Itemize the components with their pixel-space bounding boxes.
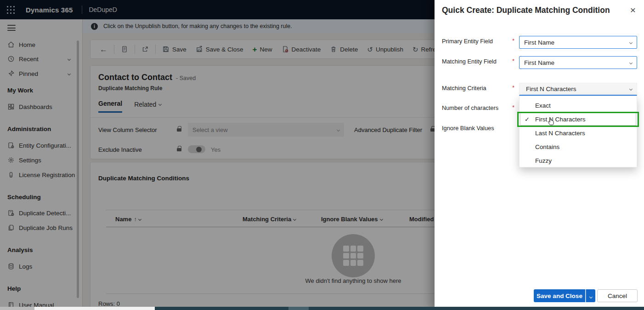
quick-create-panel: Quick Create: Duplicate Matching Conditi… <box>435 0 644 310</box>
matching-criteria-options-list: Exact ✓ First N Characters Last N Charac… <box>519 96 637 167</box>
save-and-close-button-panel[interactable]: Save and Close <box>534 289 585 302</box>
matching-entity-field-label: Matching Entity Field <box>442 58 497 65</box>
required-marker: * <box>512 57 514 64</box>
chevron-down-icon <box>629 87 633 91</box>
matching-criteria-dropdown[interactable]: First N Characters <box>519 83 637 96</box>
chevron-down-icon <box>629 61 633 64</box>
scrollbar-track[interactable] <box>155 307 644 310</box>
required-marker: * <box>512 104 514 111</box>
ignore-blank-values-label: Ignore Blank Values <box>442 125 494 132</box>
matching-entity-field-value: First Name <box>524 59 554 66</box>
chevron-down-icon <box>629 40 633 44</box>
option-contains[interactable]: Contains <box>520 140 637 154</box>
close-icon[interactable]: × <box>627 4 639 17</box>
option-exact[interactable]: Exact <box>520 98 637 112</box>
required-marker: * <box>512 37 514 44</box>
scrollbar-gutter <box>0 307 34 310</box>
scrollbar-thumb[interactable] <box>288 307 309 310</box>
quick-create-title: Quick Create: Duplicate Matching Conditi… <box>442 6 610 15</box>
app-root: Dynamics 365 DeDupeD Home Recent Pinned … <box>0 0 644 310</box>
horizontal-scrollbar <box>0 307 644 310</box>
matching-criteria-value: First N Characters <box>526 86 576 92</box>
chevron-down-icon <box>589 295 592 298</box>
cancel-button[interactable]: Cancel <box>597 289 638 302</box>
matching-entity-field-dropdown[interactable]: First Name <box>519 56 637 69</box>
required-marker: * <box>512 84 514 91</box>
primary-entity-field-label: Primary Entity Field <box>442 38 493 45</box>
number-of-characters-label: Number of characters <box>442 104 498 111</box>
primary-entity-field-value: First Name <box>524 39 554 46</box>
primary-entity-field-dropdown[interactable]: First Name <box>519 36 637 49</box>
option-first-n-characters[interactable]: ✓ First N Characters <box>520 112 637 126</box>
option-fuzzy[interactable]: Fuzzy <box>520 154 637 167</box>
save-options-split-button[interactable] <box>586 289 595 302</box>
scrollbar-segment-light[interactable] <box>34 307 155 310</box>
check-icon: ✓ <box>525 116 530 123</box>
matching-criteria-label: Matching Criteria <box>442 85 486 92</box>
option-last-n-characters[interactable]: Last N Characters <box>520 126 637 140</box>
modal-dim-overlay <box>0 0 435 310</box>
cursor-icon <box>548 118 555 126</box>
